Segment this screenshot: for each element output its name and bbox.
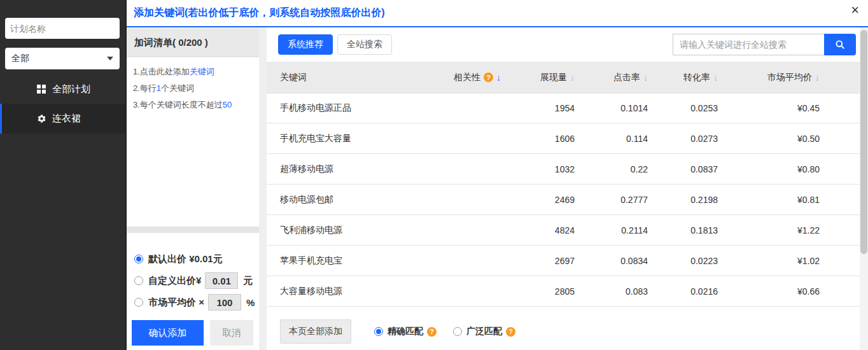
ctr-cell: 0.2114 (621, 225, 655, 235)
bid-option-label: 默认出价 (148, 253, 186, 265)
radio-icon[interactable] (134, 276, 143, 285)
impressions-cell: 1032 (555, 164, 582, 174)
impressions-cell: 2469 (555, 195, 582, 205)
help-icon[interactable]: ? (427, 327, 437, 337)
keyword-cell: 大容量移动电源 (280, 286, 445, 297)
cvr-cell: 0.0253 (690, 103, 725, 113)
global-search-button[interactable] (824, 34, 856, 55)
column-label: 转化率 (683, 72, 710, 83)
instruction-highlight: 1 (157, 83, 161, 93)
table-row[interactable]: 移动电源包邮24690.27770.2198¥0.81 (267, 185, 860, 215)
column-label: 点击率 (613, 72, 640, 83)
cvr-cell: 0.0837 (690, 164, 725, 174)
keywords-textarea[interactable]: 1.点击此处添加关键词2.每行1个关键词3.每个关键词长度不超过50 (127, 57, 259, 120)
impressions-cell: 2697 (555, 256, 582, 266)
sort-desc-icon[interactable]: ↓ (713, 73, 718, 83)
chevron-down-icon (107, 57, 113, 60)
close-icon[interactable]: × (851, 3, 859, 17)
vertical-scrollbar[interactable] (860, 29, 868, 350)
word-list-panel: 加词清单( 0/200 ) 1.点击此处添加关键词2.每行1个关键词3.每个关键… (127, 29, 259, 350)
price-cell: ¥1.22 (797, 225, 827, 235)
instruction-highlight: 50 (223, 100, 232, 109)
table-footer: 本页全部添加 精确匹配?广泛匹配? (267, 307, 860, 344)
confirm-add-button[interactable]: 确认添加 (132, 320, 204, 346)
plan-filter-value: 全部 (11, 53, 29, 64)
global-search-box (673, 34, 856, 55)
search-icon (835, 39, 845, 50)
cvr-cell: 0.0216 (690, 286, 725, 297)
scrollbar-thumb[interactable] (860, 30, 867, 254)
impressions-cell: 2805 (555, 286, 582, 297)
keyword-cell: 手机充电宝大容量 (280, 133, 445, 144)
column-header: 转化率↓ (683, 72, 725, 83)
bid-value-input[interactable] (208, 294, 241, 311)
bid-option-0[interactable]: 默认出价 ¥0.01元 (134, 248, 255, 270)
table-row[interactable]: 超薄移动电源10320.220.0837¥0.80 (267, 154, 860, 185)
help-icon[interactable]: ? (484, 73, 493, 82)
ctr-cell: 0.0834 (620, 256, 655, 266)
instruction-line: 3.每个关键词长度不超过50 (133, 97, 253, 113)
global-search-input[interactable] (673, 34, 824, 55)
sidebar-item-all-plans[interactable]: 全部计划 (0, 74, 125, 104)
column-label: 市场平均价 (767, 72, 812, 83)
bid-option-label: 自定义出价¥ (148, 275, 201, 287)
sidebar-item-plan[interactable]: 连衣裙 (0, 104, 125, 134)
table-row[interactable]: 大容量移动电源28050.0830.0216¥0.66 (267, 276, 860, 307)
plan-filter-select[interactable]: 全部 (5, 48, 120, 69)
sidebar-menu: 全部计划连衣裙 (0, 74, 125, 134)
match-options: 精确匹配?广泛匹配? (374, 326, 515, 337)
sort-desc-icon[interactable]: ↓ (643, 73, 648, 83)
table-header: 关键词相关性?↓展现量↓点击率↓转化率↓市场平均价↓ (267, 62, 860, 93)
table-row[interactable]: 手机充电宝大容量16060.1140.0273¥0.50 (267, 123, 860, 154)
tab-site-search[interactable]: 全站搜索 (337, 34, 392, 55)
keyword-cell: 飞利浦移动电源 (280, 225, 445, 236)
price-cell: ¥0.80 (797, 164, 827, 174)
plan-search-input[interactable] (10, 24, 125, 34)
tabs: 系统推荐全站搜索 (278, 34, 396, 55)
match-option-broad[interactable]: 广泛匹配? (453, 326, 515, 337)
bid-option-2[interactable]: 市场平均价 ×% (134, 291, 255, 313)
instruction-line: 1.点击此处添加关键词 (133, 64, 253, 80)
radio-icon[interactable] (374, 327, 383, 336)
keyword-toolbar: 系统推荐全站搜索 (267, 27, 860, 62)
impressions-cell: 1954 (555, 103, 582, 113)
keyword-cell: 超薄移动电源 (280, 164, 445, 175)
price-cell: ¥0.50 (797, 134, 827, 144)
help-icon[interactable]: ? (506, 327, 515, 337)
sort-desc-icon[interactable]: ↓ (570, 73, 575, 83)
sort-desc-icon[interactable]: ↓ (815, 73, 820, 83)
column-label: 展现量 (540, 72, 567, 83)
radio-icon[interactable] (134, 298, 143, 307)
word-list-header: 加词清单( 0/200 ) (127, 29, 259, 57)
cvr-cell: 0.2198 (690, 195, 725, 205)
sort-desc-icon[interactable]: ↓ (496, 73, 501, 83)
instruction-text: 个关键词 (161, 83, 194, 93)
column-label: 相关性 (454, 72, 480, 83)
table-row[interactable]: 苹果手机充电宝26970.08340.0223¥1.02 (267, 246, 860, 276)
column-header: 市场平均价↓ (767, 72, 827, 83)
column-label: 关键词 (280, 72, 307, 83)
add-keywords-dialog: 全部 全部计划连衣裙 添加关键词(若出价低于底价，则系统自动按照底价出价) × … (0, 0, 868, 350)
bid-value-input[interactable] (205, 272, 238, 289)
tab-system-recommend[interactable]: 系统推荐 (278, 34, 333, 55)
cvr-cell: 0.0223 (690, 256, 725, 266)
bid-option-1[interactable]: 自定义出价¥元 (134, 270, 255, 291)
add-all-button[interactable]: 本页全部添加 (280, 319, 351, 344)
table-row[interactable]: 手机移动电源正品19540.10140.0253¥0.45 (267, 93, 860, 123)
keyword-cell: 移动电源包邮 (280, 194, 445, 206)
modal-body: 添加关键词(若出价低于底价，则系统自动按照底价出价) × 加词清单( 0/200… (127, 0, 868, 350)
column-header: 展现量↓ (540, 72, 582, 83)
price-cell: ¥0.45 (797, 103, 827, 113)
keyword-cell: 苹果手机充电宝 (280, 255, 445, 267)
match-option-exact[interactable]: 精确匹配? (374, 326, 437, 337)
bid-options: 默认出价 ¥0.01元自定义出价¥元市场平均价 ×% (134, 248, 255, 313)
bid-option-suffix: ¥0.01元 (189, 253, 223, 265)
table-row[interactable]: 飞利浦移动电源48240.21140.1813¥1.22 (267, 215, 860, 246)
plan-search-box[interactable] (5, 18, 120, 39)
table-rows: 手机移动电源正品19540.10140.0253¥0.45手机充电宝大容量160… (267, 93, 860, 307)
radio-icon[interactable] (134, 255, 143, 263)
cancel-button[interactable]: 取消 (210, 320, 253, 346)
sidebar-item-label: 连衣裙 (52, 113, 81, 125)
radio-icon[interactable] (453, 327, 462, 336)
instruction-text: 2.每行 (133, 83, 157, 93)
